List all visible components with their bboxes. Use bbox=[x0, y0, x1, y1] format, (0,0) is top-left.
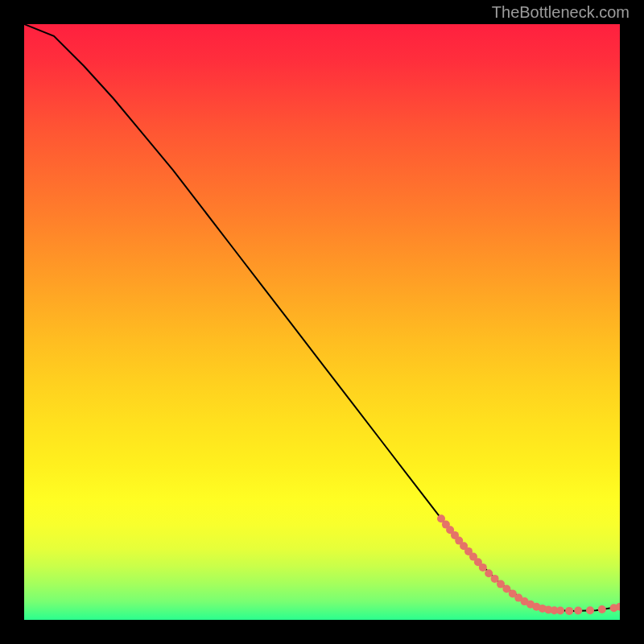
heatmap-background bbox=[24, 24, 620, 620]
watermark-label: TheBottleneck.com bbox=[492, 3, 630, 22]
chart-stage: TheBottleneck.com bbox=[0, 0, 644, 644]
